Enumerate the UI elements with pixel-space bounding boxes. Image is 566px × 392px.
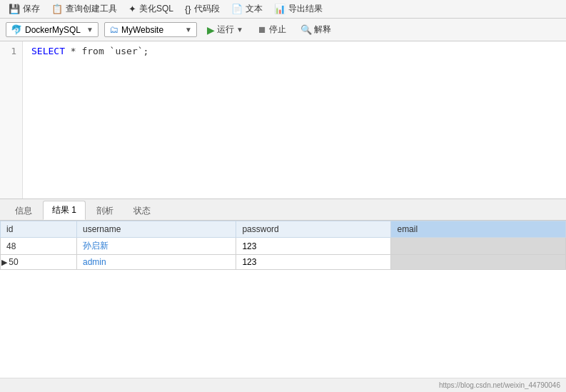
tab-status[interactable]: 状态 [124, 201, 160, 220]
run-button[interactable]: ▶ 运行 ▼ [203, 22, 248, 37]
cell-email-2 [391, 255, 566, 270]
col-header-email: email [391, 221, 566, 238]
line-numbers: 1 [0, 41, 23, 198]
sql-table-name: `user`; [104, 46, 149, 56]
tab-result1[interactable]: 结果 1 [43, 201, 86, 220]
connection-bar: 🐬 DockerMySQL ▼ 🗂 MyWebsite ▼ ▶ 运行 ▼ ⏹ 停… [0, 19, 566, 41]
db-icon: 🐬 [11, 24, 22, 35]
cell-password-1: 123 [236, 238, 391, 255]
col-header-password: password [236, 221, 391, 238]
result-tabs: 信息 结果 1 剖析 状态 [0, 199, 566, 221]
beautify-sql-button[interactable]: ✦ 美化SQL [126, 2, 176, 16]
code-icon: {} [185, 4, 191, 14]
cell-id-2-value: 50 [9, 257, 18, 267]
cell-password-2: 123 [236, 255, 391, 270]
sql-editor[interactable]: 1 SELECT * from `user`; [0, 41, 566, 199]
tab-info[interactable]: 信息 [6, 201, 41, 220]
export-label: 导出结果 [288, 3, 323, 15]
db-dropdown-arrow: ▼ [86, 26, 94, 34]
query-tool-button[interactable]: 📋 查询创建工具 [49, 2, 120, 16]
save-icon: 💾 [9, 4, 20, 14]
code-label: 代码段 [194, 3, 220, 15]
explain-label: 解释 [314, 24, 331, 36]
run-dropdown-arrow: ▼ [236, 26, 243, 34]
cell-email-1 [391, 238, 566, 255]
export-icon: 📊 [274, 4, 285, 14]
tab-profile[interactable]: 剖析 [87, 201, 123, 220]
cell-username-1: 孙启新 [77, 238, 236, 255]
export-button[interactable]: 📊 导出结果 [271, 2, 325, 16]
explain-button[interactable]: 🔍 解释 [296, 22, 335, 37]
explain-icon: 🔍 [300, 24, 312, 35]
stop-button[interactable]: ⏹ 停止 [253, 22, 290, 37]
result-table: id username password email 48 孙启新 123 [0, 221, 566, 270]
row-indicator-icon: ▶ [1, 258, 7, 267]
col-header-username: username [77, 221, 236, 238]
table-row: 48 孙启新 123 [1, 238, 566, 255]
sql-from-keyword: from [81, 46, 103, 56]
text-icon: 📄 [231, 4, 243, 14]
save-button[interactable]: 💾 保存 [6, 2, 43, 16]
stop-icon: ⏹ [258, 24, 267, 35]
code-button[interactable]: {} 代码段 [182, 2, 223, 16]
toolbar: 💾 保存 📋 查询创建工具 ✦ 美化SQL {} 代码段 📄 文本 📊 导出结果 [0, 0, 566, 19]
app-container: 💾 保存 📋 查询创建工具 ✦ 美化SQL {} 代码段 📄 文本 📊 导出结果… [0, 0, 566, 392]
status-url: https://blog.csdn.net/weixin_44790046 [439, 381, 560, 389]
beautify-icon: ✦ [128, 4, 136, 14]
stop-label: 停止 [269, 24, 286, 36]
col-header-id: id [1, 221, 77, 238]
schema-name: MyWebsite [121, 25, 163, 35]
run-label: 运行 [217, 24, 234, 36]
cell-id-2: ▶ 50 [1, 255, 77, 270]
line-number-1: 1 [6, 46, 16, 56]
status-bar: https://blog.csdn.net/weixin_44790046 [0, 378, 566, 392]
sql-star: * [65, 46, 81, 56]
cell-id-1: 48 [1, 238, 77, 255]
table-row: ▶ 50 admin 123 [1, 255, 566, 270]
schema-dropdown[interactable]: 🗂 MyWebsite ▼ [104, 22, 197, 37]
schema-icon: 🗂 [109, 24, 118, 35]
query-tool-label: 查询创建工具 [66, 3, 117, 15]
table-header-row: id username password email [1, 221, 566, 238]
sql-select-keyword: SELECT [31, 46, 65, 56]
beautify-label: 美化SQL [139, 3, 173, 15]
query-tool-icon: 📋 [51, 4, 63, 14]
cell-username-2: admin [77, 255, 236, 270]
run-icon: ▶ [207, 24, 215, 36]
save-label: 保存 [23, 3, 40, 15]
result-area: id username password email 48 孙启新 123 [0, 221, 566, 378]
db-dropdown[interactable]: 🐬 DockerMySQL ▼ [6, 22, 98, 37]
editor-content[interactable]: SELECT * from `user`; [23, 41, 566, 198]
schema-dropdown-arrow: ▼ [185, 26, 192, 34]
db-name: DockerMySQL [25, 25, 81, 35]
text-label: 文本 [246, 3, 263, 15]
text-button[interactable]: 📄 文本 [228, 2, 266, 16]
